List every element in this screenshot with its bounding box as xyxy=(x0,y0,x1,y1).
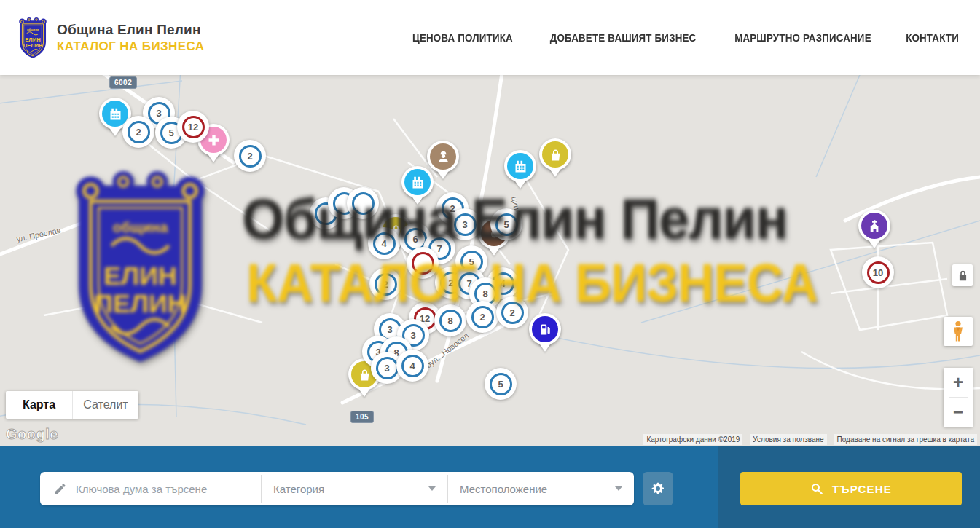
cluster-count: 12 xyxy=(182,116,205,138)
search-button-label: ТЪРСЕНЕ xyxy=(832,483,892,495)
chevron-down-icon xyxy=(615,486,622,491)
search-icon xyxy=(810,482,823,495)
zoom-out-button[interactable]: − xyxy=(944,398,973,427)
advanced-settings-button[interactable] xyxy=(643,472,673,505)
cluster-marker[interactable]: 2 xyxy=(466,301,498,333)
cluster-count: 4 xyxy=(373,232,396,255)
cluster-count: 2 xyxy=(375,273,397,296)
cluster-marker[interactable] xyxy=(347,187,379,219)
cluster-count: 5 xyxy=(495,213,518,236)
cluster-count: 8 xyxy=(439,310,462,332)
google-logo[interactable]: Google xyxy=(6,426,58,443)
cluster-count: 5 xyxy=(490,373,512,395)
nav-item-contacts[interactable]: КОНТАКТИ xyxy=(906,32,959,44)
map-pin-factory[interactable] xyxy=(504,150,536,182)
pegman-icon xyxy=(951,320,965,342)
factory-icon xyxy=(410,175,426,190)
pencil-icon xyxy=(53,482,67,496)
nav-item-pricing[interactable]: ЦЕНОВА ПОЛИТИКА xyxy=(412,32,513,44)
site-subtitle: КАТАЛОГ НА БИЗНЕСА xyxy=(57,39,204,54)
cluster-marker[interactable]: 12 xyxy=(177,111,209,143)
cluster-marker[interactable]: 10 xyxy=(862,256,894,288)
location-select[interactable]: Местоположение xyxy=(448,472,634,505)
church-icon xyxy=(867,218,882,234)
map-type-switcher: Карта Сателит xyxy=(6,391,138,419)
cluster-count xyxy=(352,192,375,215)
cluster-count: 2 xyxy=(128,121,150,143)
cluster-marker[interactable]: 8 xyxy=(434,304,466,336)
location-select-label: Местоположение xyxy=(460,483,547,495)
page: община ЕЛИН ПЕЛИН Община Елин Пелин КАТА… xyxy=(0,0,980,528)
cluster-count: 10 xyxy=(867,261,890,284)
map-pin-worker[interactable] xyxy=(427,141,459,173)
worker-icon xyxy=(436,149,451,165)
map-type-map-button[interactable]: Карта xyxy=(6,391,72,419)
cluster-marker[interactable]: 2 xyxy=(122,116,154,148)
cluster-count: 2 xyxy=(471,306,494,328)
map-pin-fuel[interactable] xyxy=(529,313,561,345)
cluster-marker[interactable]: 2 xyxy=(234,140,266,172)
cluster-count: 2 xyxy=(501,302,524,324)
search-field-group: Категория Местоположение xyxy=(40,472,634,505)
cluster-marker[interactable]: 5 xyxy=(485,368,517,400)
site-logo[interactable]: община ЕЛИН ПЕЛИН Община Елин Пелин КАТА… xyxy=(16,16,204,60)
map-type-satellite-button[interactable]: Сателит xyxy=(72,391,138,419)
cluster-marker[interactable]: 5 xyxy=(490,208,522,240)
cluster-count: 4 xyxy=(401,355,424,377)
main-nav: ЦЕНОВА ПОЛИТИКА ДОБАВЕТЕ ВАШИЯТ БИЗНЕС М… xyxy=(408,32,961,44)
svg-text:ПЕЛИН: ПЕЛИН xyxy=(23,42,42,49)
cluster-marker[interactable]: 3 xyxy=(449,208,481,240)
nav-item-add-business[interactable]: ДОБАВЕТЕ ВАШИЯТ БИЗНЕС xyxy=(550,32,697,44)
map-attribution: Картографски данни ©2019 Условия за полз… xyxy=(643,434,977,445)
site-title: Община Елин Пелин xyxy=(57,22,204,38)
map-pin-church[interactable] xyxy=(858,210,890,242)
google-map[interactable]: 6002105ул. Преславбул. „Новоселции" 3251… xyxy=(0,75,980,446)
cluster-marker[interactable]: 2 xyxy=(496,296,528,328)
cluster-count: 3 xyxy=(454,213,477,236)
keyword-segment xyxy=(40,472,261,505)
lock-icon xyxy=(958,270,968,281)
cluster-marker[interactable]: 2 xyxy=(369,268,401,300)
zoom-control: + − xyxy=(944,368,973,427)
svg-text:община: община xyxy=(27,28,39,31)
cluster-marker[interactable]: 4 xyxy=(396,350,428,382)
attribution-data: Картографски данни ©2019 xyxy=(643,434,742,445)
search-bar: Категория Местоположение ТЪРСЕНЕ xyxy=(0,446,980,528)
cluster-count: 2 xyxy=(239,145,262,168)
attribution-terms-link[interactable]: Условия за ползване xyxy=(750,434,826,445)
lock-control-button[interactable] xyxy=(952,264,973,286)
cluster-count xyxy=(412,252,434,275)
marker-layer: 32512223546752274812822333834510 xyxy=(0,75,980,446)
factory-icon xyxy=(108,106,123,122)
map-pin-factory[interactable] xyxy=(401,166,434,198)
map-pin-bag[interactable] xyxy=(539,138,571,170)
gear-icon xyxy=(651,481,665,496)
svg-text:ЕЛИН: ЕЛИН xyxy=(25,36,41,43)
bag-icon xyxy=(548,147,563,162)
cluster-marker[interactable]: 4 xyxy=(368,227,400,259)
search-button[interactable]: ТЪРСЕНЕ xyxy=(740,472,962,505)
factory-icon xyxy=(513,159,528,174)
attribution-report-link[interactable]: Подаване на сигнал за грешка в картата xyxy=(834,434,977,445)
site-title-block: Община Елин Пелин КАТАЛОГ НА БИЗНЕСА xyxy=(57,22,204,54)
street-view-pegman-button[interactable] xyxy=(944,317,973,346)
zoom-in-button[interactable]: + xyxy=(944,368,973,397)
nav-item-bus-schedule[interactable]: МАРШРУТНО РАЗПИСАНИЕ xyxy=(734,32,871,44)
medical-icon xyxy=(206,133,222,148)
category-select-label: Категория xyxy=(273,483,324,495)
bag-icon xyxy=(357,367,372,382)
municipality-crest-icon: община ЕЛИН ПЕЛИН xyxy=(16,16,50,60)
fuel-icon xyxy=(538,322,553,337)
site-header: община ЕЛИН ПЕЛИН Община Елин Пелин КАТА… xyxy=(0,0,980,75)
chevron-down-icon xyxy=(428,486,436,491)
cluster-count: 3 xyxy=(376,357,399,379)
cluster-marker[interactable] xyxy=(407,247,439,279)
keyword-search-input[interactable] xyxy=(76,483,261,495)
category-select[interactable]: Категория xyxy=(262,472,447,505)
